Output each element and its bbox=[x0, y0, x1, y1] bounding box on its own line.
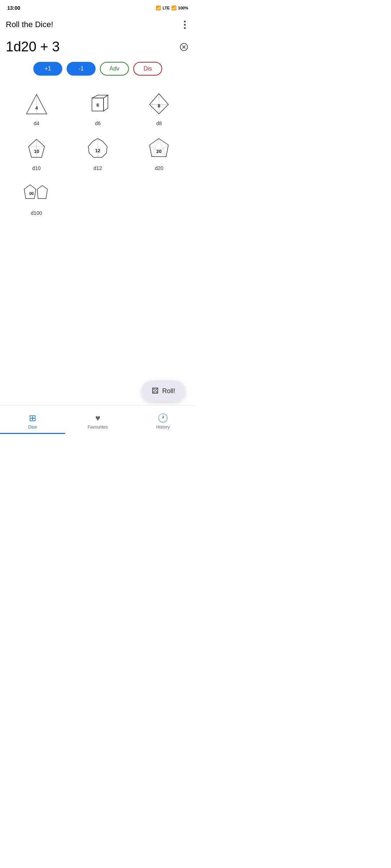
d6-button[interactable]: 6 d6 bbox=[68, 87, 127, 129]
history-nav-icon: 🕐 bbox=[157, 413, 168, 423]
more-dot-1 bbox=[184, 21, 186, 22]
app-bar: Roll the Dice! bbox=[0, 14, 196, 35]
d6-icon: 6 bbox=[83, 90, 112, 119]
svg-marker-8 bbox=[104, 95, 108, 111]
svg-text:8: 8 bbox=[158, 103, 160, 109]
d4-icon: 4 bbox=[22, 90, 51, 119]
dis-button[interactable]: Dis bbox=[133, 62, 162, 76]
d20-label: d20 bbox=[155, 165, 163, 171]
svg-text:6: 6 bbox=[96, 102, 99, 108]
more-dot-3 bbox=[184, 27, 186, 29]
nav-dice[interactable]: ⊞ Dice bbox=[0, 410, 65, 430]
d100-label: d100 bbox=[31, 210, 42, 216]
svg-text:4: 4 bbox=[35, 105, 38, 111]
d100-icon: 00 bbox=[22, 180, 51, 209]
d10-button[interactable]: 10 d10 bbox=[7, 132, 66, 174]
wifi-icon: 📶 bbox=[156, 5, 161, 10]
nav-favourites[interactable]: ♥ Favourites bbox=[65, 410, 130, 430]
dice-expression-bar: 1d20 + 3 bbox=[0, 36, 196, 58]
d100-button[interactable]: 00 d100 bbox=[7, 177, 66, 219]
d20-icon: 20 bbox=[144, 135, 173, 164]
adv-button[interactable]: Adv bbox=[100, 62, 129, 76]
svg-text:20: 20 bbox=[156, 149, 161, 154]
app-title: Roll the Dice! bbox=[6, 20, 53, 29]
d8-label: d8 bbox=[156, 120, 162, 126]
svg-text:00: 00 bbox=[29, 191, 34, 196]
dice-expression: 1d20 + 3 bbox=[6, 39, 60, 55]
status-icons: 📶 LTE 📶 100% bbox=[156, 5, 188, 10]
d20-button[interactable]: 20 d20 bbox=[130, 132, 188, 174]
dice-nav-icon: ⊞ bbox=[29, 413, 36, 423]
d8-icon: 8 bbox=[144, 90, 173, 119]
battery-text: 100% bbox=[178, 6, 188, 10]
d10-label: d10 bbox=[32, 165, 41, 171]
signal-text: LTE bbox=[163, 6, 170, 10]
svg-marker-28 bbox=[37, 186, 47, 199]
svg-text:10: 10 bbox=[34, 149, 39, 154]
svg-text:12: 12 bbox=[95, 148, 100, 153]
d4-label: d4 bbox=[34, 120, 39, 126]
modifier-row: +1 -1 Adv Dis bbox=[0, 59, 196, 78]
d12-label: d12 bbox=[93, 165, 102, 171]
clear-button[interactable] bbox=[178, 41, 190, 53]
d12-button[interactable]: 12 d12 bbox=[68, 132, 127, 174]
roll-button[interactable]: ⚄ Roll! bbox=[142, 380, 185, 401]
d10-icon: 10 bbox=[22, 135, 51, 164]
d6-label: d6 bbox=[95, 120, 101, 126]
d12-icon: 12 bbox=[83, 135, 112, 164]
history-nav-label: History bbox=[156, 425, 169, 430]
status-bar: 13:00 📶 LTE 📶 100% bbox=[0, 0, 196, 14]
d4-button[interactable]: 4 d4 bbox=[7, 87, 66, 129]
dice-nav-label: Dice bbox=[28, 425, 37, 430]
more-options-button[interactable] bbox=[180, 20, 190, 30]
d8-button[interactable]: 8 d8 bbox=[130, 87, 188, 129]
nav-active-indicator bbox=[0, 433, 65, 434]
nav-history[interactable]: 🕐 History bbox=[130, 410, 196, 430]
plus1-button[interactable]: +1 bbox=[33, 62, 62, 76]
favourites-nav-icon: ♥ bbox=[95, 413, 100, 423]
status-time: 13:00 bbox=[7, 5, 20, 11]
signal-bars-icon: 📶 bbox=[171, 5, 177, 10]
favourites-nav-label: Favourites bbox=[88, 425, 108, 430]
roll-dice-icon: ⚄ bbox=[152, 386, 159, 396]
more-dot-2 bbox=[184, 24, 186, 26]
dice-grid: 4 d4 6 d6 8 d8 bbox=[0, 81, 196, 225]
roll-button-label: Roll! bbox=[162, 387, 175, 395]
bottom-nav: ⊞ Dice ♥ Favourites 🕐 History bbox=[0, 405, 196, 434]
minus1-button[interactable]: -1 bbox=[67, 62, 96, 76]
